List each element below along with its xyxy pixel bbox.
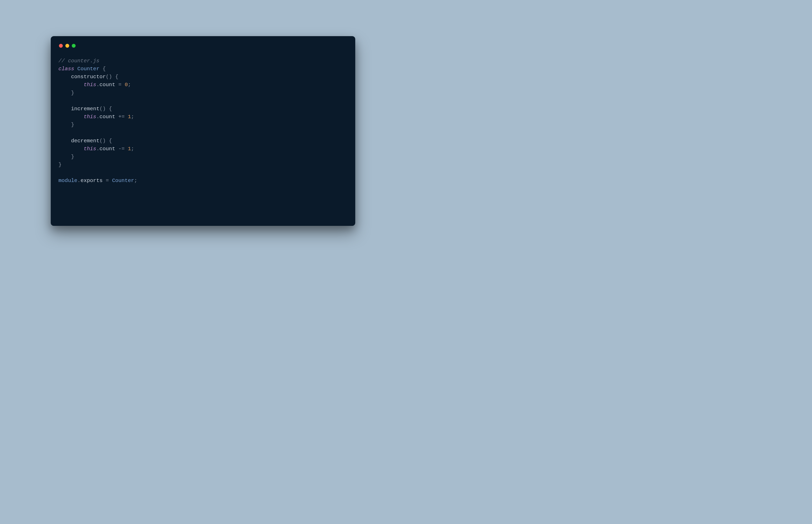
brace: { (115, 74, 118, 80)
dot: . (96, 82, 99, 88)
brace: } (71, 122, 74, 128)
brace: { (109, 106, 112, 112)
num-one: 1 (128, 114, 131, 120)
keyword-class: class (59, 66, 74, 72)
fn-decrement: decrement (71, 138, 99, 144)
keyword-this: this (84, 114, 96, 120)
traffic-lights (59, 44, 348, 48)
code-block: // counter.js class Counter { constructo… (59, 57, 348, 185)
dot: . (78, 178, 81, 183)
brace: } (71, 90, 74, 96)
class-name: Counter (78, 66, 99, 72)
semicolon: ; (134, 178, 137, 183)
maximize-icon[interactable] (72, 44, 76, 48)
close-icon[interactable] (59, 44, 63, 48)
op-minus-assign: -= (118, 146, 125, 152)
semicolon: ; (128, 82, 131, 88)
dot: . (96, 114, 99, 120)
num-one: 1 (128, 146, 131, 152)
prop-count: count (99, 82, 115, 88)
prop-count: count (99, 146, 115, 152)
ident-module: module (59, 178, 78, 183)
brace: } (59, 162, 62, 168)
code-window: // counter.js class Counter { constructo… (51, 36, 355, 226)
semicolon: ; (131, 114, 134, 120)
ident-counter: Counter (112, 178, 134, 183)
num-zero: 0 (125, 82, 128, 88)
prop-count: count (99, 114, 115, 120)
parens: () (99, 106, 106, 112)
parens: () (99, 138, 106, 144)
op-plus-assign: += (118, 114, 125, 120)
code-comment: // counter.js (59, 58, 99, 64)
dot: . (96, 146, 99, 152)
keyword-this: this (84, 82, 96, 88)
minimize-icon[interactable] (65, 44, 69, 48)
parens: () (106, 74, 112, 80)
keyword-this: this (84, 146, 96, 152)
brace: } (71, 154, 74, 160)
brace: { (109, 138, 112, 144)
semicolon: ; (131, 146, 134, 152)
fn-constructor: constructor (71, 74, 105, 80)
op-assign: = (118, 82, 121, 88)
brace: { (102, 66, 105, 72)
op-assign: = (106, 178, 109, 183)
prop-exports: exports (81, 178, 102, 183)
fn-increment: increment (71, 106, 99, 112)
